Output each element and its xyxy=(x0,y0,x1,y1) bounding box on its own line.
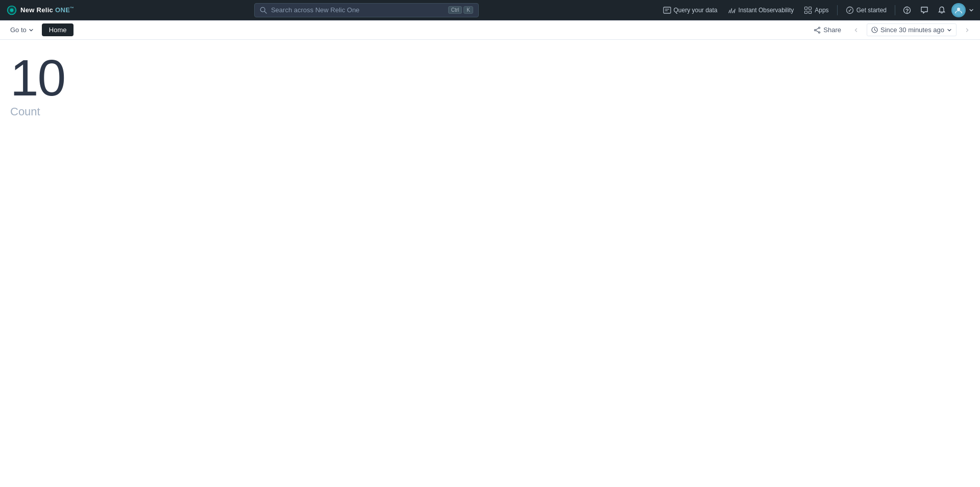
search-placeholder-text: Search across New Relic One xyxy=(271,6,444,14)
svg-rect-14 xyxy=(809,11,812,13)
get-started-label: Get started xyxy=(856,7,887,14)
second-navbar: Go to Home Share xyxy=(0,20,980,40)
svg-point-22 xyxy=(815,29,816,31)
k-key: K xyxy=(463,6,473,14)
svg-line-3 xyxy=(264,11,266,13)
nav-divider-1 xyxy=(837,5,838,15)
time-chevron-down-icon xyxy=(947,28,952,33)
logo-text: New Relic ONE™ xyxy=(20,6,74,14)
query-data-button[interactable]: Query your data xyxy=(659,4,722,16)
svg-rect-11 xyxy=(805,7,807,9)
get-started-button[interactable]: ✓ Get started xyxy=(842,4,891,16)
svg-text:✓: ✓ xyxy=(848,8,852,13)
instant-observability-icon xyxy=(728,6,736,14)
search-keyboard-shortcut: Ctrl K xyxy=(448,6,473,14)
clock-icon xyxy=(871,27,878,33)
query-data-label: Query your data xyxy=(674,7,718,14)
notifications-button[interactable] xyxy=(934,3,949,18)
second-nav-right: Share Since 30 minutes ago xyxy=(810,23,974,37)
main-content: 10 Count xyxy=(0,40,980,487)
svg-line-23 xyxy=(816,28,819,30)
share-label: Share xyxy=(823,26,841,34)
svg-line-24 xyxy=(816,30,819,32)
svg-rect-4 xyxy=(664,7,671,13)
metric-value: 10 xyxy=(10,52,970,103)
svg-point-20 xyxy=(819,27,820,29)
home-tab-label: Home xyxy=(49,26,67,34)
svg-text:?: ? xyxy=(905,7,909,13)
metric-widget: 10 Count xyxy=(10,52,970,118)
svg-line-8 xyxy=(730,9,731,13)
instant-observability-button[interactable]: Instant Observability xyxy=(724,4,798,16)
ctrl-key: Ctrl xyxy=(448,6,462,14)
help-icon: ? xyxy=(903,6,911,14)
svg-line-9 xyxy=(732,11,733,13)
chevron-right-icon xyxy=(965,28,970,33)
go-to-chevron-icon xyxy=(29,28,34,33)
search-input[interactable]: Search across New Relic One Ctrl K xyxy=(254,3,479,17)
search-bar: Search across New Relic One Ctrl K xyxy=(74,3,658,17)
home-tab[interactable]: Home xyxy=(42,23,74,36)
svg-point-19 xyxy=(957,8,960,11)
logo-trademark: ™ xyxy=(70,6,74,11)
apps-label: Apps xyxy=(815,7,828,14)
get-started-icon: ✓ xyxy=(846,6,854,14)
instant-observability-label: Instant Observability xyxy=(739,7,794,14)
svg-point-1 xyxy=(10,8,14,12)
avatar-icon xyxy=(953,5,964,16)
time-selector[interactable]: Since 30 minutes ago xyxy=(867,23,957,36)
share-button[interactable]: Share xyxy=(810,24,845,36)
logo-area[interactable]: New Relic ONE™ xyxy=(6,5,74,16)
chat-icon xyxy=(920,6,928,14)
metric-label: Count xyxy=(10,105,970,118)
chevron-left-icon xyxy=(853,28,859,33)
time-forward-button[interactable] xyxy=(961,23,974,37)
go-to-button[interactable]: Go to xyxy=(6,24,38,36)
help-button[interactable]: ? xyxy=(899,3,915,18)
time-back-button[interactable] xyxy=(849,23,863,37)
time-selector-label: Since 30 minutes ago xyxy=(880,26,944,34)
new-relic-logo-icon xyxy=(6,5,17,16)
top-navbar: New Relic ONE™ Search across New Relic O… xyxy=(0,0,980,20)
go-to-label: Go to xyxy=(10,26,27,34)
svg-point-21 xyxy=(819,32,820,33)
apps-button[interactable]: Apps xyxy=(800,4,832,16)
user-avatar[interactable] xyxy=(951,3,966,17)
svg-rect-13 xyxy=(805,11,807,13)
search-icon xyxy=(260,7,267,14)
avatar-person-icon xyxy=(955,7,962,14)
avatar-chevron-icon[interactable] xyxy=(969,6,974,15)
bell-icon xyxy=(938,6,946,14)
svg-line-7 xyxy=(729,10,730,13)
share-icon xyxy=(814,27,821,34)
query-data-icon xyxy=(663,6,671,14)
nav-divider-2 xyxy=(895,5,895,15)
svg-line-10 xyxy=(734,9,735,13)
nav-actions: Query your data Instant Observability Ap… xyxy=(659,3,974,18)
chat-button[interactable] xyxy=(917,3,932,18)
svg-rect-12 xyxy=(809,7,812,9)
apps-icon xyxy=(804,6,812,14)
